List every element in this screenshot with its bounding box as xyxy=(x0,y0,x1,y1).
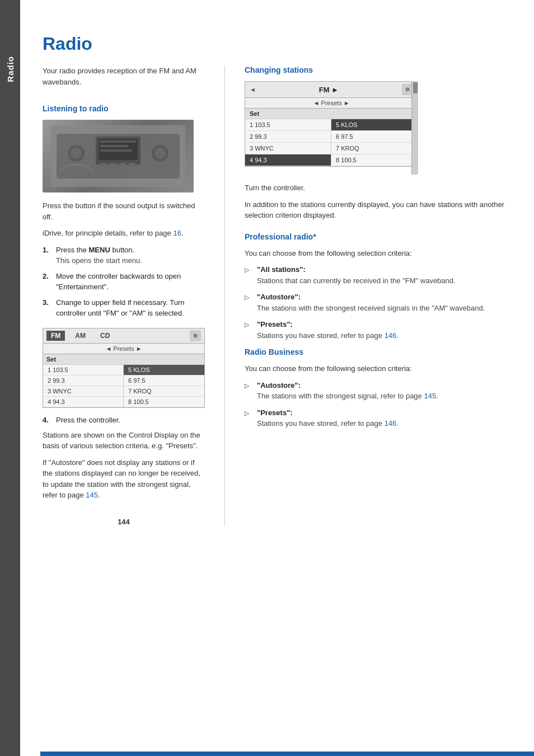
changing-stations-section: Changing stations ◄ FM ► ⚙ ◄ Presets ► S… xyxy=(245,65,512,221)
station-5: 5 KLOS xyxy=(124,365,204,375)
cs-station-8: 8 100.5 xyxy=(331,154,418,166)
radio-presets-bar: ◄ Presets ► xyxy=(43,344,204,354)
step-1-sub: This opens the start menu. xyxy=(56,255,205,266)
bullet-autostore: ▷ "Autostore": The stations with the str… xyxy=(245,292,512,313)
svg-rect-11 xyxy=(129,163,135,166)
col-divider xyxy=(224,65,225,526)
cs-station-2: 2 99.3 xyxy=(245,131,331,143)
station-2: 2 99.3 xyxy=(43,375,124,386)
car-image-inner xyxy=(43,120,194,192)
station-8: 8 100.5 xyxy=(124,397,204,407)
steps-list: 1. Press the MENU button. This opens the… xyxy=(43,245,205,319)
bullet-title-3: "Presets": xyxy=(257,320,293,328)
professional-radio-bullets: ▷ "All stations": Stations that can curr… xyxy=(245,264,512,341)
svg-rect-12 xyxy=(100,140,136,143)
radio-business-heading: Radio Business xyxy=(245,348,512,356)
bullet-presets: ▷ "Presets": Stations you have stored, r… xyxy=(245,319,512,341)
radio-top-bar: FM AM CD ⚙ xyxy=(43,328,204,344)
rb-autostore-page-link[interactable]: 145 xyxy=(424,392,436,400)
side-tab-label: Radio xyxy=(6,56,15,82)
bullet-arrow-1: ▷ xyxy=(245,265,255,286)
bullet-desc-2: The stations with the strongest received… xyxy=(257,303,485,314)
listening-section: Listening to radio xyxy=(43,104,205,501)
cs-stations-grid: 1 103.5 5 KLOS 2 99.3 6 97.5 3 WNYC 7 KR… xyxy=(245,119,418,166)
cs-set-row: Set xyxy=(245,109,418,119)
step-3: 3. Change to upper field if necessary. T… xyxy=(43,297,205,319)
professional-radio-heading: Professional radio* xyxy=(245,232,512,241)
bullet-title-2: "Autostore": xyxy=(257,293,301,301)
col-left: Your radio provides reception of the FM … xyxy=(43,65,205,526)
rb-bullet-presets: ▷ "Presets": Stations you have stored, r… xyxy=(245,407,512,429)
step-1: 1. Press the MENU button. This opens the… xyxy=(43,245,205,266)
cs-scrollbar[interactable] xyxy=(411,81,418,175)
rb-bullet-title-2: "Presets": xyxy=(257,408,293,417)
cs-station-3: 3 WNYC xyxy=(245,143,331,154)
cs-station-1: 1 103.5 xyxy=(245,119,331,131)
cs-station-6: 6 97.5 xyxy=(331,131,418,143)
station-7: 7 KROQ xyxy=(124,386,204,397)
radio-tab-fm[interactable]: FM xyxy=(46,331,65,341)
idrive-page-link[interactable]: 16 xyxy=(173,229,181,237)
station-4: 4 94.3 xyxy=(43,397,124,407)
cs-station-4: 4 94.3 xyxy=(245,154,331,166)
rb-bullet-desc-1: The stations with the strongest signal, … xyxy=(257,391,438,402)
side-tab: Radio xyxy=(0,0,20,756)
radio-set-row: Set xyxy=(43,354,204,365)
bullet-desc-3: Stations you have stored, refer to page … xyxy=(257,330,399,341)
step-4-text: Press the controller. xyxy=(56,416,120,424)
page-container: Radio Radio Your radio provides receptio… xyxy=(0,0,534,756)
step-2: 2. Move the controller backwards to open… xyxy=(43,271,205,293)
stations-para-1: Stations are shown on the Control Displa… xyxy=(43,430,205,452)
professional-radio-intro: You can choose from the following select… xyxy=(245,248,512,259)
radio-display-small: FM AM CD ⚙ ◄ Presets ► Set 1 103.5 5 KLO… xyxy=(43,328,205,408)
svg-rect-13 xyxy=(100,145,128,147)
cs-display: ◄ FM ► ⚙ ◄ Presets ► Set 1 103.5 5 KLOS … xyxy=(245,81,418,167)
stations-para-2: If "Autostore" does not display any stat… xyxy=(43,457,205,501)
svg-rect-14 xyxy=(100,149,132,152)
cs-station-5: 5 KLOS xyxy=(331,119,418,131)
idrive-text: iDrive, for principle details, refer to … xyxy=(43,228,205,239)
svg-rect-8 xyxy=(100,163,107,166)
turn-controller-text: Turn the controller. xyxy=(245,182,512,194)
radio-tab-cd[interactable]: CD xyxy=(96,331,114,341)
svg-rect-10 xyxy=(119,163,126,166)
rb-bullet-title-1: "Autostore": xyxy=(257,381,301,389)
cs-display-wrapper: ◄ FM ► ⚙ ◄ Presets ► Set 1 103.5 5 KLOS … xyxy=(245,81,418,175)
additional-text: In addition to the stations currently di… xyxy=(245,199,512,221)
step-2-text: Move the controller backwards to open "E… xyxy=(56,271,205,293)
changing-stations-heading: Changing stations xyxy=(245,65,512,74)
svg-point-5 xyxy=(71,148,82,159)
car-image xyxy=(43,120,194,192)
bullet-desc-1: Stations that can currently be received … xyxy=(257,275,456,287)
page-number: 144 xyxy=(43,518,205,526)
rb-bullet-arrow-1: ▷ xyxy=(245,381,255,402)
bullet-title-1: "All stations": xyxy=(257,265,306,274)
station-6: 6 97.5 xyxy=(124,375,204,386)
step-3-text: Change to upper field if necessary. Turn… xyxy=(56,297,205,319)
press-button-text: Press the button if the sound output is … xyxy=(43,200,205,222)
bottom-bar xyxy=(40,752,534,756)
main-content: Radio Your radio provides reception of t… xyxy=(20,0,534,756)
bullet-all-stations: ▷ "All stations": Stations that can curr… xyxy=(245,264,512,286)
stations-page-link[interactable]: 145 xyxy=(86,491,98,499)
cs-station-7: 7 KROQ xyxy=(331,143,418,154)
rb-presets-page-link[interactable]: 146 xyxy=(385,419,397,428)
cs-nav-left[interactable]: ◄ xyxy=(250,86,256,93)
prof-presets-page-link[interactable]: 146 xyxy=(385,331,397,340)
cs-scrollbar-thumb xyxy=(413,82,418,93)
station-3: 3 WNYC xyxy=(43,386,124,397)
rb-bullet-arrow-2: ▷ xyxy=(245,408,255,429)
radio-business-bullets: ▷ "Autostore": The stations with the str… xyxy=(245,380,512,429)
radio-business-section: Radio Business You can choose from the f… xyxy=(245,348,512,429)
page-title: Radio xyxy=(43,34,512,54)
radio-tabs: FM AM CD xyxy=(46,331,114,341)
menu-button-label: MENU xyxy=(89,246,110,254)
radio-stations-grid: 1 103.5 5 KLOS 2 99.3 6 97.5 3 WNYC 7 KR… xyxy=(43,365,204,407)
bullet-arrow-2: ▷ xyxy=(245,293,255,313)
svg-rect-9 xyxy=(110,163,116,166)
radio-tab-am[interactable]: AM xyxy=(71,331,90,341)
cs-top-bar: ◄ FM ► ⚙ xyxy=(245,82,418,98)
radio-settings-icon[interactable]: ⚙ xyxy=(190,330,201,341)
rb-bullet-desc-2: Stations you have stored, refer to page … xyxy=(257,418,399,429)
radio-business-intro: You can choose from the following select… xyxy=(245,363,512,374)
